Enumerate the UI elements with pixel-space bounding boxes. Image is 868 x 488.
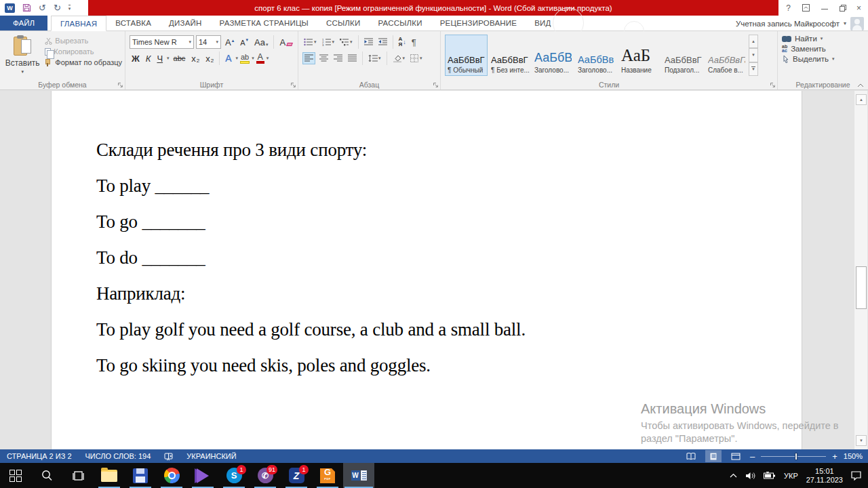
zoom-slider[interactable] [761, 456, 826, 457]
superscript-button[interactable]: x2 [203, 53, 216, 64]
taskbar-skype[interactable]: S 1 [218, 463, 250, 488]
tray-expand-chevron[interactable] [730, 473, 737, 478]
help-icon[interactable]: ? [786, 4, 791, 12]
font-size-combobox[interactable]: 14▾ [196, 35, 221, 49]
doc-paragraph[interactable]: To play golf you need a golf course, a c… [96, 318, 774, 341]
taskbar-viber[interactable]: ✆ 91 [250, 463, 281, 488]
styles-gallery-more[interactable]: ▼ [749, 62, 758, 76]
tab-mailings[interactable]: РАССЫЛКИ [369, 16, 431, 30]
collapse-ribbon-button[interactable] [857, 83, 864, 87]
tab-page-layout[interactable]: РАЗМЕТКА СТРАНИЦЫ [211, 16, 317, 30]
clock[interactable]: 15:01 27.11.2023 [806, 467, 843, 485]
sort-button[interactable]: АЯ ↓ [397, 35, 408, 49]
doc-paragraph[interactable]: Склади речення про 3 види спорту: [96, 138, 774, 161]
increase-indent-button[interactable] [377, 37, 389, 47]
text-effects-button[interactable]: А [223, 52, 233, 64]
find-button[interactable]: Найти ▾ [782, 35, 865, 43]
language-indicator[interactable]: УКРАИНСКИЙ [186, 452, 236, 460]
strikethrough-button[interactable]: abc [172, 54, 188, 63]
print-layout-button[interactable] [705, 450, 722, 462]
align-right-button[interactable] [332, 53, 344, 64]
justify-button[interactable] [347, 53, 358, 64]
zoom-slider-thumb[interactable] [795, 453, 797, 460]
taskbar-chrome[interactable] [156, 463, 187, 488]
clear-formatting-button[interactable]: A [277, 37, 294, 48]
style-heading2[interactable]: АаБбВв Заголово... [575, 35, 618, 76]
search-button[interactable] [31, 463, 62, 488]
tab-view[interactable]: ВИД [526, 16, 559, 30]
word-app-icon[interactable]: W [5, 3, 15, 13]
start-button[interactable] [0, 463, 31, 488]
font-color-caret[interactable]: ▾ [267, 56, 269, 61]
grow-font-button[interactable]: A▴ [223, 37, 236, 48]
underline-options-caret[interactable]: ▾ [167, 56, 170, 61]
style-title[interactable]: АаБ Название [618, 35, 661, 76]
text-effects-caret[interactable]: ▾ [236, 56, 239, 61]
undo-icon[interactable]: ↺ [39, 3, 46, 12]
word-count[interactable]: ЧИСЛО СЛОВ: 194 [85, 452, 151, 460]
change-case-button[interactable]: Aa▾ [252, 37, 270, 48]
styles-scroll-down[interactable]: ▼ [749, 48, 758, 62]
zoom-level[interactable]: 150% [844, 452, 863, 460]
tab-review[interactable]: РЕЦЕНЗИРОВАНИЕ [431, 16, 526, 30]
decrease-indent-button[interactable] [363, 37, 374, 47]
font-color-button[interactable]: А [256, 53, 264, 64]
read-mode-button[interactable] [683, 450, 699, 462]
taskbar-pdf-app[interactable]: GPDF [312, 463, 343, 488]
tab-insert[interactable]: ВСТАВКА [106, 16, 160, 30]
doc-paragraph[interactable]: To go skiing you need skis, poles and go… [96, 354, 774, 377]
bullets-button[interactable]: ▾ [302, 37, 318, 47]
bold-button[interactable]: Ж [130, 53, 142, 64]
task-view-button[interactable] [62, 463, 94, 488]
paste-button[interactable]: Вставить ▾ [4, 34, 41, 78]
copy-button[interactable]: Копировать [45, 47, 122, 56]
zoom-out-button[interactable]: – [750, 452, 755, 461]
highlight-caret[interactable]: ▾ [252, 56, 254, 61]
styles-scroll-up[interactable]: ▲ [749, 35, 758, 48]
tab-home[interactable]: ГЛАВНАЯ [51, 16, 106, 31]
volume-icon[interactable] [745, 472, 755, 480]
text-highlight-button[interactable]: ab [240, 54, 250, 64]
taskbar-word[interactable]: W [343, 463, 374, 488]
numbering-button[interactable]: 123 ▾ [321, 37, 336, 47]
battery-icon[interactable] [764, 472, 776, 479]
shrink-font-button[interactable]: A▾ [238, 37, 250, 47]
scroll-up-arrow[interactable]: ▲ [856, 94, 867, 105]
taskbar-kmplayer[interactable] [187, 463, 218, 488]
align-left-button[interactable] [302, 52, 315, 64]
tab-references[interactable]: ССЫЛКИ [317, 16, 370, 30]
page-indicator[interactable]: СТРАНИЦА 2 ИЗ 2 [7, 452, 72, 460]
document-page[interactable]: Склади речення про 3 види спорту: To pla… [51, 91, 802, 449]
underline-button[interactable]: Ч [155, 53, 165, 64]
borders-button[interactable]: ▾ [409, 53, 424, 64]
style-heading1[interactable]: АаБбВ Заголово... [532, 35, 574, 76]
show-formatting-marks-button[interactable]: ¶ [410, 36, 418, 49]
cut-button[interactable]: Вырезать [45, 37, 122, 45]
taskbar-file-explorer[interactable] [94, 463, 125, 488]
format-painter-button[interactable]: Формат по образцу [45, 58, 122, 66]
language-tray-indicator[interactable]: УКР [784, 472, 798, 480]
scroll-down-arrow[interactable]: ▼ [856, 435, 867, 446]
style-no-spacing[interactable]: АаБбВвГг, ¶ Без инте... [488, 35, 531, 76]
shading-button[interactable]: ▾ [391, 53, 407, 64]
web-layout-button[interactable] [728, 450, 744, 462]
restore-icon[interactable] [840, 6, 845, 12]
style-normal[interactable]: АаБбВвГг, ¶ Обычный [445, 35, 488, 76]
doc-paragraph[interactable]: To do _______ [96, 246, 774, 269]
subscript-button[interactable]: x2 [189, 53, 201, 64]
tab-design[interactable]: ДИЗАЙН [160, 16, 210, 30]
proofing-status-icon[interactable] [164, 452, 173, 461]
scrollbar-thumb[interactable] [856, 266, 867, 309]
account-menu[interactable]: Учетная запись Майкрософт ▾ [736, 16, 864, 31]
font-family-combobox[interactable]: Times New R▾ [130, 35, 194, 49]
ribbon-display-options-icon[interactable] [802, 4, 810, 12]
minimize-icon[interactable] [821, 9, 828, 9]
style-subtle-emphasis[interactable]: АаБбВвГа Слабое в... [705, 35, 748, 76]
save-icon[interactable] [22, 3, 31, 12]
multilevel-list-button[interactable]: ▾ [338, 37, 354, 47]
doc-paragraph[interactable]: Наприклад: [96, 282, 774, 305]
doc-paragraph[interactable]: To play ______ [96, 174, 774, 197]
replace-button[interactable]: abac Заменить [782, 45, 865, 53]
close-icon[interactable]: × [856, 4, 861, 12]
action-center-icon[interactable] [851, 471, 861, 481]
